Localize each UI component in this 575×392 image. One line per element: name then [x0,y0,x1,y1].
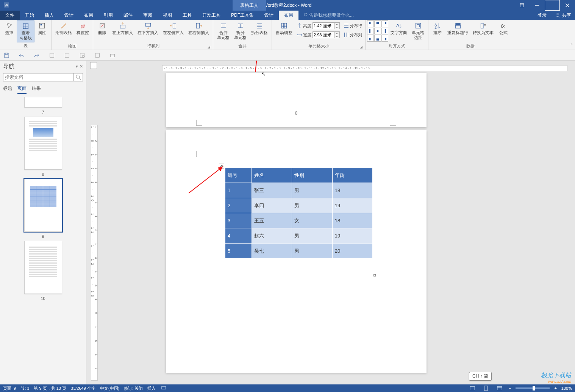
status-page-of[interactable]: 第 9 页，共 10 页 [34,386,66,391]
repeat-header-button[interactable]: 重复标题行 [445,20,470,37]
page-thumbnail-10[interactable] [24,241,62,294]
view-web-layout[interactable] [495,385,504,391]
eraser-button[interactable]: 橡皮擦 [74,20,91,37]
status-section[interactable]: 节: 3 [20,386,29,391]
nav-tab-results[interactable]: 结果 [32,85,41,94]
status-extra-icon[interactable] [160,384,167,392]
qa-btn-4[interactable] [48,51,56,59]
table-row[interactable]: 1张三男18 [225,183,373,198]
dialog-launcher[interactable]: ◢ [207,45,211,49]
tab-design[interactable]: 设计 [59,11,79,20]
maximize-button[interactable] [545,0,560,11]
ruler-corner[interactable]: L [90,62,97,69]
tab-mailings[interactable]: 邮件 [118,11,138,20]
insert-left-button[interactable]: 在左侧插入 [161,20,186,37]
view-gridlines-button[interactable]: 查看 网格线 [17,20,34,42]
qa-btn-8[interactable] [108,51,117,59]
dialog-launcher[interactable]: ◢ [359,45,363,49]
merge-cells-button[interactable]: 合并 单元格 [215,20,232,42]
zoom-slider[interactable] [516,387,550,389]
properties-button[interactable]: 属性 [34,20,50,37]
split-cells-button[interactable]: 拆分 单元格 [232,20,249,42]
header-age[interactable]: 年龄 [332,168,372,183]
login-link[interactable]: 登录 [534,11,550,20]
tab-view[interactable]: 视图 [158,11,177,20]
redo-button[interactable] [33,51,41,59]
header-name[interactable]: 姓名 [252,168,292,183]
page-thumbnail-8[interactable] [24,117,62,170]
tab-table-layout[interactable]: 布局 [279,11,298,20]
tab-insert[interactable]: 插入 [39,11,59,20]
close-button[interactable] [560,0,575,11]
minimize-button[interactable] [530,0,545,11]
table-row[interactable]: 4赵六男19 [225,228,373,244]
content-table[interactable]: 编号 姓名 性别 年龄 1张三男18 2李四男19 3王五女18 4赵六男19 … [225,167,373,259]
search-input[interactable] [3,73,74,81]
table-row[interactable]: 2李四男19 [225,198,373,213]
alignment-grid[interactable]: ▘▀▝▌■▐▖▄▗ [367,20,388,42]
text-direction-button[interactable]: A文字方向 [388,20,409,37]
tab-pdf-tools[interactable]: PDF工具集 [226,11,259,20]
horizontal-ruler[interactable]: · 1 · 4 · 1 · 3 · 1 · 2 · 1 · 1 · 1 · · … [162,65,567,71]
distribute-cols-button[interactable]: 分布列 [342,31,363,39]
height-input[interactable] [312,22,334,29]
page-thumbnail-9[interactable] [24,179,62,232]
tab-home[interactable]: 开始 [20,11,39,20]
draw-table-button[interactable]: 绘制表格 [53,20,74,37]
table-resize-handle[interactable] [373,274,376,276]
zoom-in-button[interactable]: + [554,386,556,390]
view-read-mode[interactable] [468,385,477,391]
insert-above-button[interactable]: 在上方插入 [110,20,135,37]
qa-btn-6[interactable] [78,51,86,59]
status-page[interactable]: 页面: 9 [3,386,16,391]
formula-button[interactable]: fx公式 [496,20,511,37]
select-button[interactable]: 选择 [2,20,17,37]
status-insert-mode[interactable]: 插入 [147,386,156,391]
zoom-out-button[interactable]: − [509,386,511,390]
tab-references[interactable]: 引用 [98,11,118,20]
tab-tools[interactable]: 工具 [177,11,197,20]
share-button[interactable]: 共享 [550,11,575,20]
status-word-count[interactable]: 33/2649 个字 [71,386,95,391]
ribbon-display-options[interactable] [514,0,530,11]
nav-tab-headings[interactable]: 标题 [3,85,12,94]
width-input[interactable] [312,31,334,38]
cell-margins-button[interactable]: 单元格 边距 [409,20,427,42]
page-thumbnail-7[interactable] [24,97,62,108]
qa-btn-5[interactable] [63,51,71,59]
tab-table-design[interactable]: 设计 [259,11,279,20]
table-row[interactable]: 3王五女18 [225,213,373,228]
ime-indicator[interactable]: CH ♪ 简 [469,372,492,381]
tab-file[interactable]: 文件 [0,11,20,20]
delete-button[interactable]: 删除 [95,20,110,37]
convert-to-text-button[interactable]: 转换为文本 [470,20,496,37]
autofit-button[interactable]: 自动调整 [273,20,295,37]
table-header-row[interactable]: 编号 姓名 性别 年龄 [225,168,373,183]
width-spinner[interactable]: ▲▼ [334,31,340,38]
save-button[interactable] [2,51,11,59]
nav-tab-pages[interactable]: 页面 [17,85,27,94]
sort-button[interactable]: AZ排序 [430,20,445,37]
table-row[interactable]: 5吴七男20 [225,244,373,259]
tab-developer[interactable]: 开发工具 [197,11,226,20]
status-track-changes[interactable]: 修订: 关闭 [124,386,143,391]
header-gender[interactable]: 性别 [292,168,332,183]
tab-layout[interactable]: 布局 [79,11,98,20]
qa-btn-7[interactable] [93,51,102,59]
insert-right-button[interactable]: 在右侧插入 [186,20,211,37]
collapse-ribbon-button[interactable]: ˄ [570,43,573,48]
tell-me-search[interactable]: 告诉我您想要做什么... [302,11,354,20]
vertical-ruler[interactable]: 1 · 2 · 1 · 1 · 1 · · 1 · 1 · 2 · 1 · 3 … [91,125,98,381]
tab-review[interactable]: 审阅 [138,11,158,20]
distribute-rows-button[interactable]: 分布行 [342,22,363,30]
height-spinner[interactable]: ▲▼ [334,22,340,29]
nav-close-button[interactable]: ✕ [80,64,83,69]
zoom-level[interactable]: 100% [561,386,572,390]
nav-dropdown[interactable]: ▾ [76,64,78,69]
split-table-button[interactable]: 拆分表格 [249,20,270,37]
undo-button[interactable] [17,51,26,59]
search-button[interactable] [74,73,83,81]
view-print-layout[interactable] [481,385,491,391]
status-language[interactable]: 中文(中国) [100,386,119,391]
insert-below-button[interactable]: 在下方插入 [135,20,161,37]
